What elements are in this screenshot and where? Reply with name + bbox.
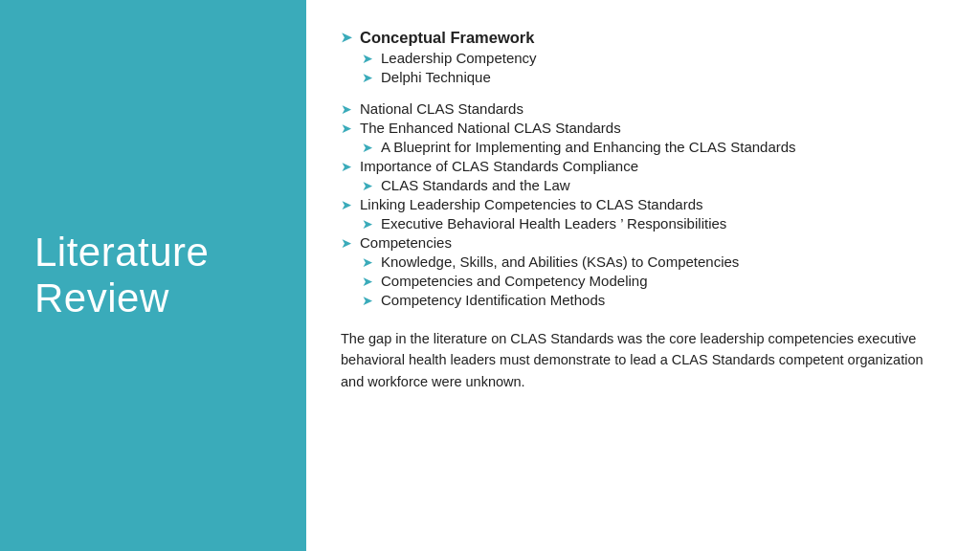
arrow-icon: ➤ [341,197,352,212]
arrow-icon: ➤ [362,293,373,308]
outline-list: ➤Conceptual Framework➤Leadership Compete… [341,29,942,311]
list-item-text: Leadership Competency [381,50,537,66]
arrow-icon: ➤ [362,51,373,66]
list-item-text: National CLAS Standards [360,100,523,117]
list-item-text: Competencies [360,234,452,251]
list-item: ➤Executive Behavioral Health Leaders ’ R… [362,215,942,231]
arrow-icon: ➤ [341,101,352,117]
list-item: ➤Competencies and Competency Modeling [362,273,942,289]
arrow-icon: ➤ [362,274,373,289]
list-item: ➤Competencies [341,234,942,251]
list-item-text: Competencies and Competency Modeling [381,273,648,289]
list-item: ➤Importance of CLAS Standards Compliance [341,158,942,174]
list-item-text: A Blueprint for Implementing and Enhanci… [381,139,796,155]
main-content: ➤Conceptual Framework➤Leadership Compete… [306,0,980,551]
list-item: ➤National CLAS Standards [341,100,942,117]
arrow-icon: ➤ [362,216,373,231]
gap-text: The gap in the literature on CLAS Standa… [341,328,942,392]
list-item-text: Linking Leadership Competencies to CLAS … [360,196,703,212]
list-item: ➤Competency Identification Methods [362,292,942,308]
list-item: ➤The Enhanced National CLAS Standards [341,120,942,136]
list-item-text: Competency Identification Methods [381,292,605,308]
arrow-icon: ➤ [362,70,373,85]
list-item-text: Importance of CLAS Standards Compliance [360,158,638,174]
list-item: ➤A Blueprint for Implementing and Enhanc… [362,139,942,155]
list-item: ➤Leadership Competency [362,50,942,66]
arrow-icon: ➤ [341,159,352,174]
list-item: ➤Delphi Technique [362,69,942,85]
list-item-text: Executive Behavioral Health Leaders ’ Re… [381,215,726,231]
list-item: ➤CLAS Standards and the Law [362,177,942,193]
list-item-text: CLAS Standards and the Law [381,177,570,193]
list-item-text: The Enhanced National CLAS Standards [360,120,621,136]
arrow-icon: ➤ [341,30,352,45]
arrow-icon: ➤ [341,121,352,136]
list-item-text: Delphi Technique [381,69,491,85]
list-item: ➤Knowledge, Skills, and Abilities (KSAs)… [362,253,942,270]
arrow-icon: ➤ [362,254,373,270]
sidebar-title: Literature Review [34,230,209,322]
spacer [341,88,942,98]
arrow-icon: ➤ [362,178,373,193]
arrow-icon: ➤ [341,235,352,251]
arrow-icon: ➤ [362,140,373,155]
sidebar: Literature Review [0,0,306,551]
list-item: ➤Conceptual Framework [341,29,942,47]
list-item: ➤Linking Leadership Competencies to CLAS… [341,196,942,212]
list-item-text: Knowledge, Skills, and Abilities (KSAs) … [381,253,739,270]
list-item-text: Conceptual Framework [360,29,534,47]
